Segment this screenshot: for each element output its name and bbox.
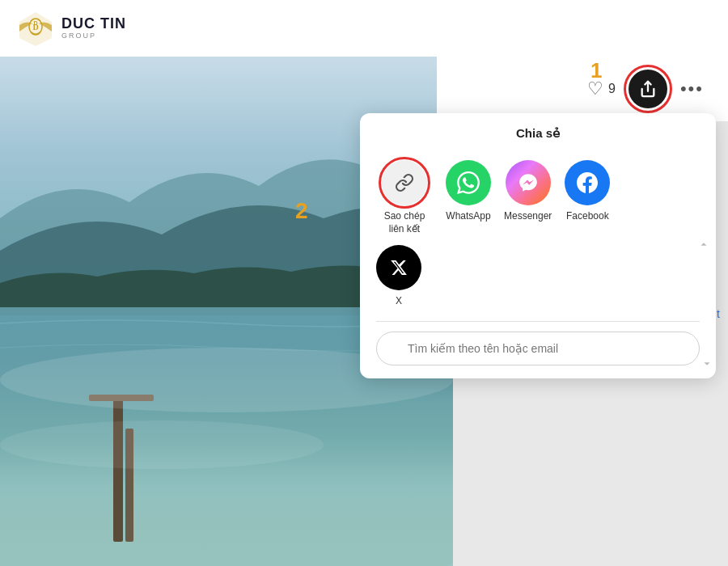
logo-area: D D DUC TIN GROUP [16, 9, 126, 48]
messenger-button[interactable] [506, 160, 551, 205]
search-wrap: 🔍 [360, 332, 716, 365]
more-options-button[interactable]: ••• [680, 78, 704, 99]
logo-sub-text: GROUP [61, 32, 126, 40]
badge-1: 1 [590, 58, 602, 83]
x-icon [390, 259, 408, 277]
chevron-down-icon [701, 358, 713, 370]
share-icons-row-1: Sao chép liên kết WhatsApp Messenger [360, 150, 716, 242]
logo-main-text: DUC TIN [61, 16, 126, 32]
logo-text: DUC TIN GROUP [61, 16, 126, 40]
copy-link-item[interactable]: Sao chép liên kết [376, 160, 433, 235]
share-popup-title: Chia sẻ [360, 113, 716, 150]
share-popup: Chia sẻ Sao chép liên kết [360, 113, 716, 378]
search-input[interactable] [376, 332, 700, 365]
facebook-label: Facebook [566, 210, 609, 223]
action-bar: ♡ 9 ••• [437, 57, 728, 121]
copy-link-button[interactable] [382, 160, 427, 205]
copy-link-wrapper [382, 160, 427, 205]
x-label: X [396, 295, 402, 308]
share-arrow-icon [639, 80, 657, 98]
whatsapp-item[interactable]: WhatsApp [446, 160, 491, 223]
badge-2: 2 [295, 198, 308, 224]
link-icon [395, 173, 414, 192]
facebook-item[interactable]: Facebook [565, 160, 610, 223]
header: D D DUC TIN GROUP [0, 0, 728, 57]
svg-rect-6 [113, 396, 123, 542]
messenger-item[interactable]: Messenger [504, 160, 552, 223]
scroll-up-indicator [698, 239, 709, 253]
share-button[interactable] [629, 70, 667, 108]
like-count: 9 [608, 82, 616, 96]
chevron-up-icon [698, 239, 709, 250]
facebook-icon [577, 172, 598, 193]
whatsapp-label: WhatsApp [446, 210, 490, 223]
x-button[interactable] [376, 245, 421, 290]
scroll-down-indicator [701, 358, 713, 372]
blue-link[interactable]: t [717, 307, 720, 320]
svg-point-10 [0, 420, 324, 469]
facebook-button[interactable] [565, 160, 610, 205]
duc-tin-logo-icon: D D [16, 9, 55, 48]
svg-text:D: D [33, 20, 37, 26]
share-icons-row-2: X [360, 242, 716, 315]
whatsapp-icon [457, 171, 480, 194]
copy-link-label: Sao chép liên kết [376, 210, 433, 235]
share-divider [376, 321, 700, 322]
messenger-icon [518, 172, 539, 193]
whatsapp-button[interactable] [446, 160, 491, 205]
share-button-wrapper [629, 70, 667, 108]
search-input-wrapper: 🔍 [376, 332, 700, 365]
x-item[interactable]: X [376, 245, 421, 308]
messenger-label: Messenger [504, 210, 552, 223]
